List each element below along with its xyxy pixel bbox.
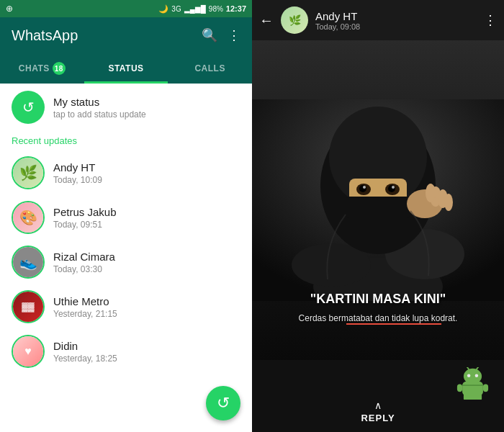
woman-svg (252, 99, 504, 301)
svg-line-29 (477, 367, 480, 369)
my-status-avatar: ↺ (12, 91, 45, 124)
contact-item-uthie[interactable]: ▓▓ Uthie Metro Yesterday, 21:15 (0, 284, 252, 329)
status-bar-right: 🌙 3G ▂▄▆█ 98% 12:37 (158, 4, 246, 14)
tab-calls[interactable]: CALLS (168, 53, 252, 84)
svg-point-26 (467, 374, 471, 377)
contact-item-rizal[interactable]: 👟 Rizal Cimara Today, 03:30 (0, 240, 252, 284)
reply-label[interactable]: REPLY (361, 413, 395, 423)
svg-rect-13 (346, 197, 410, 218)
time-label: 12:37 (226, 4, 246, 13)
contact-name-didin: Didin (53, 340, 240, 352)
reply-chevron-icon: ∧ (374, 400, 382, 411)
contact-avatar-andy: 🌿 (12, 156, 45, 189)
bottom-area: Smartphone Solution ∧ REPLY (252, 360, 504, 432)
avatar-img-andy: 🌿 (13, 158, 43, 188)
android-logo-svg: Smartphone Solution (453, 367, 492, 400)
my-status-row[interactable]: ↺ My status tap to add status update (0, 84, 252, 131)
contact-name-andy: Andy HT (53, 161, 240, 174)
text-overlay: "KARTINI MASA KINI" Cerdas bermatabat da… (252, 292, 504, 324)
chat-header-info: Andy HT Today, 09:08 (315, 10, 477, 31)
contact-item-petrus[interactable]: 🎨 Petrus Jakub Today, 09:51 (0, 195, 252, 240)
svg-point-10 (388, 185, 395, 192)
contacts-list-wrap: 🌿 Andy HT Today, 10:09 🎨 Petrus Jakub To… (0, 150, 252, 432)
chats-badge: 18 (53, 62, 66, 75)
app-title: WhatsApp (12, 27, 78, 44)
contact-name-rizal: Rizal Cimara (53, 251, 240, 263)
tab-bar: CHATS 18 STATUS CALLS (0, 53, 252, 84)
contact-time-rizal: Today, 03:30 (53, 264, 240, 274)
contacts-list: 🌿 Andy HT Today, 10:09 🎨 Petrus Jakub To… (0, 150, 252, 374)
contact-name-uthie: Uthie Metro (53, 295, 240, 307)
svg-point-17 (444, 194, 453, 211)
svg-point-25 (464, 369, 482, 384)
refresh-icon: ↺ (22, 99, 35, 116)
chat-contact-name: Andy HT (315, 10, 477, 22)
contact-avatar-uthie: ▓▓ (12, 290, 45, 323)
tab-calls-label: CALLS (194, 63, 225, 73)
recent-updates-label: Recent updates (0, 131, 252, 150)
more-options-icon[interactable]: ⋮ (228, 27, 240, 43)
top-bar-icons: 🔍 ⋮ (202, 27, 240, 43)
top-bar: WhatsApp 🔍 ⋮ (0, 17, 252, 53)
svg-point-11 (363, 186, 366, 189)
search-icon[interactable]: 🔍 (202, 27, 217, 43)
tab-chats[interactable]: CHATS 18 (0, 53, 84, 84)
network-label: 3G (171, 5, 181, 13)
status-bar-left: ⊕ (6, 4, 13, 14)
svg-rect-23 (483, 384, 488, 392)
contact-item-didin[interactable]: ♥ Didin Yesterday, 18:25 (0, 329, 252, 374)
svg-line-28 (467, 367, 469, 369)
contact-info-rizal: Rizal Cimara Today, 03:30 (53, 251, 240, 274)
tab-status[interactable]: STATUS (84, 53, 168, 84)
signal-icon: ▂▄▆█ (184, 5, 206, 13)
chat-more-options-icon[interactable]: ⋮ (484, 12, 497, 28)
contact-time-andy: Today, 10:09 (53, 175, 240, 185)
svg-point-12 (392, 186, 395, 189)
svg-point-27 (475, 374, 479, 377)
avatar-img-rizal: 👟 (13, 247, 43, 277)
fab-button[interactable]: ↺ (206, 386, 240, 420)
contact-name-petrus: Petrus Jakub (53, 206, 240, 218)
sub-quote-text: Cerdas bermatabat dan tidak lupa kodrat. (299, 313, 458, 323)
right-panel: ← 🌿 Andy HT Today, 09:08 ⋮ (252, 0, 504, 432)
contact-info-andy: Andy HT Today, 10:09 (53, 161, 240, 185)
chat-contact-time: Today, 09:08 (315, 22, 477, 31)
contact-info-didin: Didin Yesterday, 18:25 (53, 340, 240, 364)
moon-icon: 🌙 (158, 4, 168, 14)
avatar-img-uthie: ▓▓ (13, 292, 43, 322)
contact-item-andy[interactable]: 🌿 Andy HT Today, 10:09 (0, 150, 252, 195)
chat-contact-avatar: 🌿 (281, 6, 308, 34)
left-panel: ⊕ 🌙 3G ▂▄▆█ 98% 12:37 WhatsApp 🔍 ⋮ CHATS… (0, 0, 252, 432)
my-status-name: My status (53, 96, 240, 108)
main-quote-text: "KARTINI MASA KINI" (259, 292, 497, 307)
tab-status-label: STATUS (108, 63, 143, 73)
chat-image-area: "KARTINI MASA KINI" Cerdas bermatabat da… (252, 40, 504, 432)
svg-point-18 (426, 184, 436, 202)
contact-time-uthie: Yesterday, 21:15 (53, 309, 240, 319)
status-bar: ⊕ 🌙 3G ▂▄▆█ 98% 12:37 (0, 0, 252, 17)
battery-label: 98% (209, 5, 223, 13)
reply-section: ∧ REPLY (361, 400, 395, 423)
chat-avatar-img: 🌿 (281, 6, 308, 34)
back-button[interactable]: ← (259, 12, 274, 29)
avatar-img-didin: ♥ (13, 336, 43, 366)
svg-rect-22 (457, 384, 462, 392)
whatsapp-status-icon: ⊕ (6, 4, 13, 14)
svg-point-9 (359, 185, 366, 192)
fab-icon: ↺ (217, 394, 230, 413)
contact-avatar-petrus: 🎨 (12, 201, 45, 234)
contact-time-petrus: Today, 09:51 (53, 220, 240, 230)
status-image: "KARTINI MASA KINI" Cerdas bermatabat da… (252, 40, 504, 360)
contact-info-petrus: Petrus Jakub Today, 09:51 (53, 206, 240, 230)
tab-chats-label: CHATS (19, 63, 50, 73)
chat-header: ← 🌿 Andy HT Today, 09:08 ⋮ (252, 0, 504, 40)
my-status-sub: tap to add status update (53, 109, 240, 120)
contact-time-didin: Yesterday, 18:25 (53, 354, 240, 364)
my-status-text: My status tap to add status update (53, 96, 240, 120)
avatar-img-petrus: 🎨 (13, 202, 43, 233)
contact-avatar-didin: ♥ (12, 335, 45, 368)
contact-info-uthie: Uthie Metro Yesterday, 21:15 (53, 295, 240, 319)
contact-avatar-rizal: 👟 (12, 246, 45, 279)
